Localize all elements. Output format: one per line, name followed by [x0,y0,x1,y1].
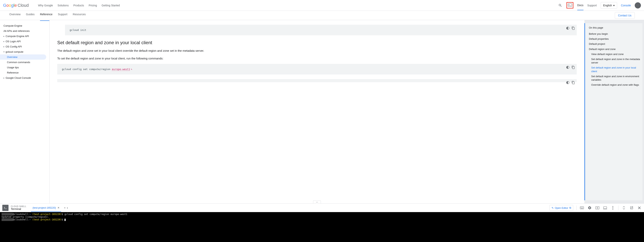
sidebar-item[interactable]: Reference [0,70,49,75]
plus-icon: ＋ [64,206,66,210]
toc-item[interactable]: Default project [588,41,642,46]
sidebar-item[interactable]: Overview [0,54,46,60]
toc-item[interactable]: Set default region and zone in environme… [588,74,642,82]
toc-item[interactable]: Set default region and zone in your loca… [588,65,642,74]
gear-icon[interactable] [587,206,592,210]
shell-terminal[interactable]: @cloudshell:~ (test-project-165220)$ gcl… [0,212,644,242]
open-editor-button[interactable]: ✎ Open Editor ⧉ [550,205,573,211]
toc-item[interactable]: View default region and zone [588,52,642,57]
drawer-handle[interactable]: — [313,200,321,203]
device-icon[interactable] [603,206,608,210]
open-new-window-icon[interactable] [629,206,634,210]
shell-brand-icon[interactable] [2,205,8,211]
content-main[interactable]: gcloud init Set default region and zone … [50,20,584,203]
cloud-shell-icon-highlighted[interactable] [566,2,574,8]
sidebar-item[interactable]: gcloud compute [0,49,49,54]
terminal-line: @cloudshell:~ (test-project-165220)$ gcl… [2,213,642,216]
docs-link[interactable]: Docs [577,4,584,10]
avatar[interactable] [635,2,641,8]
more-icon[interactable] [610,206,615,210]
svg-rect-9 [604,207,607,209]
sidebar-item[interactable]: OS Login API [0,39,49,44]
code-block-set-region: gcloud config set compute/region europe-… [57,64,577,75]
tab-guides[interactable]: Guides [26,13,34,18]
close-icon[interactable] [637,206,642,210]
add-tab-button[interactable]: ＋ ▾ [64,206,68,210]
minimize-icon[interactable] [622,206,626,210]
svg-rect-7 [596,207,599,209]
nav-solutions[interactable]: Solutions [58,4,69,7]
svg-point-8 [597,208,598,208]
cloud-shell-panel: CLOUD SHELL Terminal (test-project-16522… [0,203,644,242]
tab-resources[interactable]: Resources [73,13,86,18]
nav-why-google[interactable]: Why Google [38,4,53,7]
edit-icon[interactable]: ✎ [131,68,132,71]
sidebar-item[interactable]: Compute Engine [0,23,49,28]
tab-reference[interactable]: Reference [40,13,52,21]
code-block-next-partial [57,79,577,82]
theme-icon[interactable] [566,26,570,30]
svg-point-12 [612,208,613,208]
toc-item[interactable]: Set default region and zone in the metad… [588,57,642,65]
sidebar-item[interactable]: OS Config API [0,44,49,49]
copy-icon[interactable] [571,65,575,69]
shell-header: CLOUD SHELL Terminal (test-project-16522… [0,204,644,212]
close-icon[interactable]: ✕ [58,206,60,209]
tab-overview[interactable]: Overview [9,13,20,18]
toc-item[interactable]: Default region and zone [588,47,642,52]
toc-item[interactable]: Before you begin [588,31,642,36]
top-header: Google Cloud Why Google Solutions Produc… [0,0,644,11]
code-variable[interactable]: europe-west1 [112,68,130,71]
keyboard-icon[interactable] [580,206,584,210]
contact-us-button[interactable]: Contact Us [615,12,635,19]
copy-icon[interactable] [571,81,575,85]
svg-rect-1 [580,207,584,209]
para-instruction: To set the default region and zone in yo… [57,56,577,61]
svg-rect-4 [582,207,582,208]
shell-tab[interactable]: (test-project-165220) ✕ [31,204,61,212]
sub-nav: Overview Guides Reference Support Resour… [9,13,86,18]
divider [576,206,576,210]
toc-item[interactable]: Default properties [588,36,642,41]
open-external-icon: ⧉ [569,206,571,209]
content-wrap: gcloud init Set default region and zone … [50,20,644,203]
left-sidebar[interactable]: Compute EngineAll APIs and referencesCom… [0,20,50,203]
main-layout: Compute EngineAll APIs and referencesCom… [0,20,644,203]
shell-right: ✎ Open Editor ⧉ [550,205,642,211]
chevron-down-icon: ▾ [67,207,68,209]
svg-rect-5 [582,207,583,208]
nav-products[interactable]: Products [73,4,84,7]
support-link[interactable]: Support [587,4,597,7]
theme-icon[interactable] [566,65,570,69]
svg-rect-3 [581,207,582,208]
theme-icon[interactable] [566,81,570,85]
shell-tab-label: (test-project-165220) [32,206,56,209]
code-text-prefix: gcloud config set compute/region [62,68,112,71]
sidebar-item[interactable]: Google Cloud Console [0,75,49,81]
section-heading: Set default region and zone in your loca… [57,40,577,45]
sidebar-item[interactable]: Common commands [0,60,49,65]
para-override: The default region and zone set in your … [57,48,577,53]
svg-rect-0 [568,4,572,6]
right-toc: On this page Before you beginDefault pro… [584,23,642,200]
nav-getting-started[interactable]: Getting Started [102,4,120,7]
shell-title-group: CLOUD SHELL Terminal [11,205,26,211]
top-nav: Why Google Solutions Products Pricing Ge… [38,4,120,7]
edit-icon: ✎ [552,207,554,209]
sidebar-item[interactable]: All APIs and references [0,28,49,34]
toc-item[interactable]: Override default region and zone with fl… [588,82,642,87]
language-selector[interactable]: English ▾ [601,2,617,9]
search-icon[interactable] [558,3,562,8]
sidebar-item[interactable]: Compute Engine API [0,34,49,39]
nav-pricing[interactable]: Pricing [88,4,97,7]
sub-header: Overview Guides Reference Support Resour… [0,11,644,20]
svg-rect-6 [581,208,583,209]
code-text: gcloud init [70,28,86,31]
shell-brand-small: CLOUD SHELL [11,205,26,208]
web-preview-icon[interactable] [595,206,600,210]
sidebar-item[interactable]: Usage tips [0,65,49,70]
google-cloud-logo[interactable]: Google Cloud [3,3,29,8]
tab-support[interactable]: Support [58,13,67,18]
console-link[interactable]: Console [621,4,631,7]
copy-icon[interactable] [571,26,575,30]
